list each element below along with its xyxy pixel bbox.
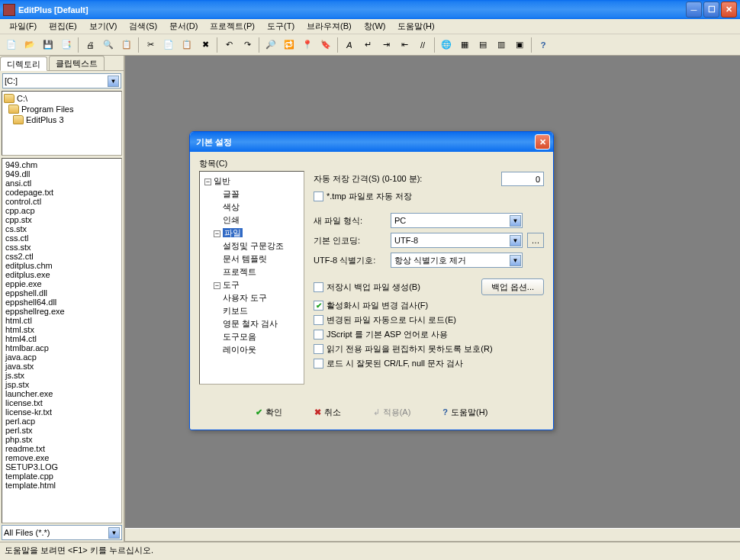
- doc-icon[interactable]: 📋: [118, 37, 135, 53]
- file-item[interactable]: readme.txt: [4, 444, 120, 453]
- file-item[interactable]: 949.chm: [4, 160, 120, 169]
- tree-node-toolbar[interactable]: 도구모음: [201, 330, 302, 343]
- file-item[interactable]: cpp.stx: [4, 215, 120, 224]
- newfile-combo[interactable]: PC▼: [391, 213, 523, 228]
- file-list[interactable]: 949.chm949.dllansi.ctlcodepage.txtcontro…: [2, 158, 122, 523]
- bookmark-icon[interactable]: 🔖: [317, 37, 334, 53]
- panel4-icon[interactable]: ▣: [511, 37, 528, 53]
- file-item[interactable]: html.stx: [4, 325, 120, 334]
- file-item[interactable]: css.stx: [4, 243, 120, 252]
- help-icon[interactable]: ?: [535, 37, 552, 53]
- panel3-icon[interactable]: ▥: [493, 37, 510, 53]
- file-item[interactable]: perl.acp: [4, 417, 120, 426]
- menu-file[interactable]: 파일(F): [3, 19, 43, 34]
- backup-checkbox[interactable]: [314, 282, 323, 292]
- folder-item[interactable]: EditPlus 3: [4, 114, 120, 125]
- tab-directory[interactable]: 디렉토리: [0, 56, 47, 71]
- menu-search[interactable]: 검색(S): [123, 19, 163, 34]
- file-item[interactable]: editplus.chm: [4, 261, 120, 270]
- file-item[interactable]: html.ctl: [4, 316, 120, 325]
- maximize-button[interactable]: ☐: [703, 2, 719, 18]
- panel2-icon[interactable]: ▤: [475, 37, 491, 53]
- tree-node-color[interactable]: 색상: [201, 201, 302, 214]
- encoding-combo[interactable]: UTF-8▼: [391, 233, 523, 248]
- panel1-icon[interactable]: ▦: [456, 37, 473, 53]
- auto-reload-checkbox[interactable]: [314, 315, 323, 325]
- menu-project[interactable]: 프로젝트(P): [204, 19, 261, 34]
- tree-node-keyboard[interactable]: 키보드: [201, 304, 302, 317]
- file-item[interactable]: launcher.exe: [4, 389, 120, 398]
- file-item[interactable]: eppshell64.dll: [4, 298, 120, 307]
- file-item[interactable]: template.cpp: [4, 471, 120, 481]
- file-item[interactable]: remove.exe: [4, 453, 120, 462]
- open-icon[interactable]: 📂: [21, 37, 38, 53]
- copy-icon[interactable]: 📄: [160, 37, 177, 53]
- tree-node-general[interactable]: −일반: [201, 175, 302, 188]
- file-item[interactable]: java.acp: [4, 352, 120, 362]
- menu-help[interactable]: 도움말(H): [391, 19, 440, 34]
- file-item[interactable]: cs.stx: [4, 224, 120, 233]
- tree-node-print[interactable]: 인쇄: [201, 214, 302, 227]
- tree-node-spell[interactable]: 영문 철자 검사: [201, 317, 302, 330]
- folder-item[interactable]: C:\: [4, 93, 120, 104]
- file-item[interactable]: js.stx: [4, 371, 120, 380]
- browser-icon[interactable]: 🌐: [438, 37, 455, 53]
- file-item[interactable]: cpp.acp: [4, 206, 120, 215]
- drive-select[interactable]: [C:] ▼: [2, 73, 121, 89]
- jscript-asp-checkbox[interactable]: [314, 330, 323, 340]
- comment-icon[interactable]: //: [414, 37, 431, 53]
- tree-node-tools[interactable]: −도구: [201, 278, 302, 291]
- tmp-save-checkbox[interactable]: [314, 191, 323, 201]
- cut-icon[interactable]: ✂: [142, 37, 159, 53]
- tree-node-project[interactable]: 프로젝트: [201, 266, 302, 278]
- chevron-down-icon[interactable]: ▼: [108, 527, 120, 539]
- file-item[interactable]: editplus.exe: [4, 270, 120, 279]
- tree-node-template[interactable]: 문서 템플릿: [201, 253, 302, 266]
- wrap-icon[interactable]: ↵: [359, 37, 376, 53]
- tree-node-syntax[interactable]: 설정및 구문강조: [201, 240, 302, 253]
- apply-button[interactable]: ↲적용(A): [364, 404, 420, 420]
- menu-document[interactable]: 문서(D): [163, 19, 204, 34]
- tree-node-layout[interactable]: 레이아웃: [201, 343, 302, 356]
- file-item[interactable]: ansi.ctl: [4, 179, 120, 188]
- undo-icon[interactable]: ↶: [220, 37, 237, 53]
- file-item[interactable]: php.stx: [4, 435, 120, 444]
- file-item[interactable]: control.ctl: [4, 197, 120, 206]
- encoding-more-button[interactable]: …: [527, 233, 544, 248]
- file-item[interactable]: license.txt: [4, 398, 120, 407]
- file-item[interactable]: java.stx: [4, 362, 120, 371]
- save-icon[interactable]: 💾: [40, 37, 56, 53]
- indent-icon[interactable]: ⇥: [378, 37, 394, 53]
- file-item[interactable]: eppie.exe: [4, 279, 120, 288]
- crlf-check-checkbox[interactable]: [314, 359, 323, 369]
- tree-node-file[interactable]: −파일: [201, 227, 302, 240]
- file-item[interactable]: htmlbar.acp: [4, 343, 120, 352]
- outdent-icon[interactable]: ⇤: [396, 37, 413, 53]
- utf8sig-combo[interactable]: 항상 식별기호 제거▼: [391, 253, 523, 268]
- menu-tools[interactable]: 도구(T): [261, 19, 301, 34]
- folder-item[interactable]: Program Files: [4, 104, 120, 114]
- chevron-down-icon[interactable]: ▼: [510, 215, 521, 227]
- collapse-icon[interactable]: −: [204, 179, 211, 185]
- goto-icon[interactable]: 📍: [299, 37, 316, 53]
- paste-icon[interactable]: 📋: [179, 37, 195, 53]
- readonly-protect-checkbox[interactable]: [314, 344, 323, 354]
- minimize-button[interactable]: ─: [686, 2, 702, 18]
- detect-change-checkbox[interactable]: ✔: [314, 301, 323, 311]
- file-filter[interactable]: All Files (*.*) ▼: [2, 525, 122, 540]
- file-item[interactable]: eppshellreg.exe: [4, 307, 120, 316]
- close-button[interactable]: ✕: [721, 2, 737, 18]
- print-icon[interactable]: 🖨: [82, 37, 98, 53]
- category-tree[interactable]: −일반 글꼴 색상 인쇄 −파일 설정및 구문강조 문서 템플릿 프로젝트 −도…: [199, 171, 304, 385]
- menu-window[interactable]: 창(W): [358, 19, 392, 34]
- saveall-icon[interactable]: 📑: [58, 37, 75, 53]
- delete-icon[interactable]: ✖: [197, 37, 214, 53]
- backup-options-button[interactable]: 백업 옵션...: [481, 278, 544, 295]
- help-button[interactable]: ?도움말(H): [433, 404, 497, 420]
- file-item[interactable]: SETUP3.LOG: [4, 462, 120, 471]
- tab-cliptext[interactable]: 클립텍스트: [49, 56, 105, 70]
- chevron-down-icon[interactable]: ▼: [510, 235, 521, 246]
- cancel-button[interactable]: ✖취소: [305, 404, 350, 420]
- menu-edit[interactable]: 편집(E): [43, 19, 83, 34]
- chevron-down-icon[interactable]: ▼: [108, 76, 119, 87]
